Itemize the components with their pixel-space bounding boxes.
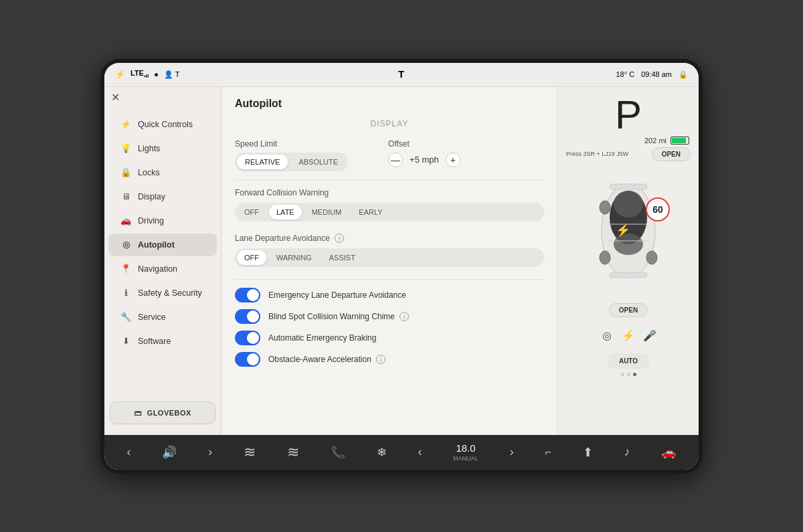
defrost-front-button[interactable]: ≋ — [284, 444, 302, 461]
locks-icon: 🔒 — [120, 167, 131, 178]
seat-button[interactable]: ⌐ — [543, 446, 554, 458]
lda-off-btn[interactable]: OFF — [237, 250, 266, 265]
fcw-early-btn[interactable]: EARLY — [351, 205, 389, 219]
sidebar-item-autopilot[interactable]: ◎ Autopilot — [108, 234, 217, 256]
battery-bar — [671, 137, 689, 145]
screen-button[interactable]: ⬆ — [580, 445, 596, 460]
toggle-oaa: Obstacle-Aware Acceleration i — [235, 352, 544, 367]
sidebar-label-locks: Locks — [138, 168, 160, 177]
sidebar-item-service[interactable]: 🔧 Service — [108, 306, 217, 329]
phone-button[interactable]: 📞 — [328, 445, 348, 460]
quick-controls-icon: ⚡ — [120, 119, 131, 130]
main-area: ✕ ⚡ Quick Controls 💡 Lights 🔒 Locks 🖥 Di… — [104, 87, 699, 435]
circle-icon: ● — [154, 70, 159, 78]
dot-3 — [633, 373, 636, 376]
wiper-auto-button[interactable]: AUTO — [607, 353, 650, 369]
speed-limit-label: Speed Limit — [235, 139, 348, 149]
toggle-bscwc-label: Blind Spot Collision Warning Chime i — [268, 312, 409, 321]
camera-icon[interactable]: ◎ — [596, 325, 618, 347]
toggle-aeb-switch[interactable] — [235, 331, 260, 345]
divider-1 — [235, 179, 544, 180]
screen-icon: ⬆ — [583, 445, 593, 460]
car-svg-container: ⚡ 60 — [582, 164, 675, 300]
music-icon: ♪ — [624, 445, 630, 459]
sidebar-label-quick-controls: Quick Controls — [138, 120, 193, 129]
open-bottom-button[interactable]: OPEN — [609, 303, 648, 317]
glovebox-button[interactable]: 🗃 GLOVEBOX — [110, 402, 215, 424]
dot-2 — [627, 373, 630, 376]
toggle-eld-label: Emergency Lane Departure Avoidance — [268, 290, 406, 300]
temp-up-button[interactable]: › — [507, 445, 517, 459]
sidebar-item-display[interactable]: 🖥 Display — [108, 185, 217, 208]
center-panel: Autopilot DISPLAY Speed Limit RELATIVE A… — [221, 87, 558, 435]
offset-plus-btn[interactable]: + — [446, 153, 460, 167]
offset-label: Offset — [388, 139, 460, 149]
tesla-logo: T — [398, 68, 405, 80]
nav-forward-button[interactable]: › — [205, 445, 215, 459]
right-panel: P 202 mi Press 3SR + LJ19 J5W OPEN — [558, 87, 699, 435]
svg-point-2 — [614, 191, 643, 217]
volume-button[interactable]: 🔊 — [159, 445, 179, 460]
fan-button[interactable]: ❄ — [374, 445, 389, 460]
toggle-bscwc-switch[interactable] — [235, 309, 260, 324]
speed-limit-absolute-btn[interactable]: ABSOLUTE — [290, 155, 346, 169]
lane-departure-section: Lane Departure Avoidance i OFF WARNING A… — [235, 234, 544, 267]
lda-assist-btn[interactable]: ASSIST — [322, 250, 363, 265]
sidebar-item-quick-controls[interactable]: ⚡ Quick Controls — [108, 113, 217, 136]
sidebar-item-locks[interactable]: 🔒 Locks — [108, 161, 217, 184]
lane-departure-label: Lane Departure Avoidance i — [235, 234, 544, 243]
speed-limit-group: RELATIVE ABSOLUTE — [235, 153, 348, 171]
bottom-icons-row: ◎ ⚡ 🎤 — [586, 320, 671, 352]
fcw-late-btn[interactable]: LATE — [269, 205, 302, 219]
status-right: 18° C 09:48 am 🔒 — [616, 70, 688, 79]
sidebar-item-driving[interactable]: 🚗 Driving — [108, 209, 217, 232]
nav-back-button[interactable]: ‹ — [124, 445, 133, 459]
lda-warning-btn[interactable]: WARNING — [269, 250, 319, 265]
fcw-medium-btn[interactable]: MEDIUM — [304, 205, 349, 219]
bscwc-info-icon[interactable]: i — [399, 312, 409, 321]
status-bar: ⚡ LTE•ll ● 👤 T T 18° C 09:48 am 🔒 — [104, 63, 699, 87]
car-container: Press 3SR + LJ19 J5W OPEN — [558, 145, 699, 379]
sidebar-item-navigation[interactable]: 📍 Navigation — [108, 258, 217, 280]
display-icon: 🖥 — [120, 191, 131, 202]
svg-text:⚡: ⚡ — [616, 223, 631, 238]
nav-back-icon: ‹ — [126, 445, 130, 459]
forward-collision-group: OFF LATE MEDIUM EARLY — [235, 203, 544, 221]
car-button[interactable]: 🚗 — [658, 445, 679, 460]
lane-departure-info-icon[interactable]: i — [335, 234, 344, 243]
offset-minus-btn[interactable]: — — [388, 153, 403, 167]
car-illustration: ⚡ — [582, 164, 675, 298]
forward-collision-label: Forward Collision Warning — [235, 188, 544, 197]
screen-inner: ⚡ LTE•ll ● 👤 T T 18° C 09:48 am 🔒 ✕ ⚡ — [104, 63, 699, 470]
defrost-front-icon: ≋ — [287, 444, 299, 461]
close-button[interactable]: ✕ — [111, 91, 120, 104]
sidebar-label-display: Display — [138, 192, 165, 201]
temp-down-button[interactable]: ‹ — [415, 445, 424, 459]
sidebar-label-autopilot: Autopilot — [138, 240, 175, 250]
oaa-info-icon[interactable]: i — [376, 355, 385, 364]
display-tab[interactable]: DISPLAY — [235, 119, 544, 128]
defrost-rear-button[interactable]: ≋ — [241, 444, 258, 461]
toggle-aeb-label: Automatic Emergency Braking — [268, 333, 376, 343]
toggle-oaa-switch[interactable] — [235, 352, 260, 367]
bluetooth-icon: ⚡ — [115, 70, 125, 79]
fcw-off-btn[interactable]: OFF — [237, 205, 266, 219]
sidebar-item-software[interactable]: ⬇ Software — [108, 330, 217, 353]
sidebar-item-lights[interactable]: 💡 Lights — [108, 137, 217, 160]
sidebar: ✕ ⚡ Quick Controls 💡 Lights 🔒 Locks 🖥 Di… — [104, 87, 221, 435]
sidebar-label-safety-security: Safety & Security — [138, 288, 202, 298]
safety-icon: ℹ — [120, 288, 131, 298]
volume-icon: 🔊 — [162, 445, 177, 460]
car-icon: 🚗 — [661, 445, 676, 460]
lte-indicator: LTE•ll — [130, 69, 149, 79]
speed-limit-relative-btn[interactable]: RELATIVE — [237, 155, 288, 169]
svg-point-7 — [600, 251, 610, 264]
sidebar-item-safety-security[interactable]: ℹ Safety & Security — [108, 282, 217, 304]
toggle-eld-switch[interactable] — [235, 288, 260, 302]
svg-rect-5 — [610, 272, 647, 278]
charge-icon[interactable]: ⚡ — [618, 325, 639, 347]
mic-icon[interactable]: 🎤 — [639, 325, 660, 347]
fan-icon: ❄ — [377, 445, 387, 460]
music-button[interactable]: ♪ — [622, 445, 633, 459]
open-top-button[interactable]: OPEN — [652, 147, 691, 161]
